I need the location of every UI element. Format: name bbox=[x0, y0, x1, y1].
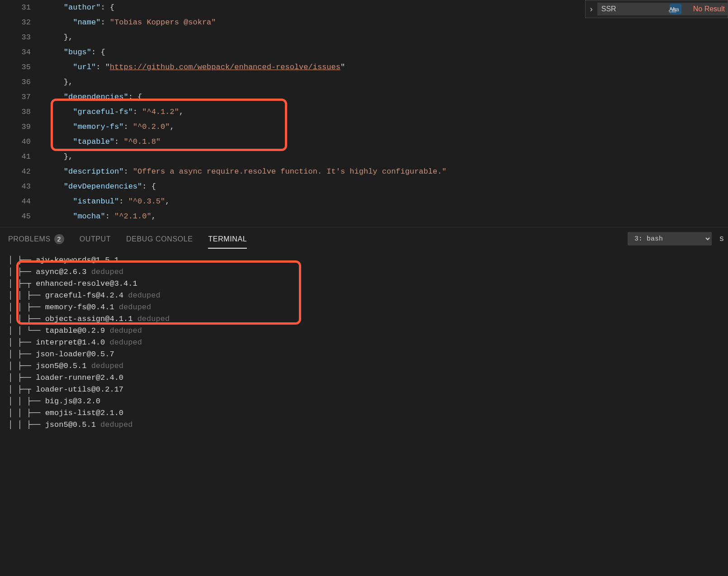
panel-tab-label: PROBLEMS bbox=[8, 235, 51, 243]
code-line[interactable]: 37 "dependencies": { bbox=[0, 90, 728, 104]
code-content[interactable]: }, bbox=[45, 149, 73, 164]
editor-pane[interactable]: 31 "author": {32 "name": "Tobias Koppers… bbox=[0, 0, 728, 227]
panel-tab-debug-console[interactable]: DEBUG CONSOLE bbox=[126, 231, 193, 249]
panel-tab-problems[interactable]: PROBLEMS 2 bbox=[8, 230, 64, 250]
code-content[interactable]: "name": "Tobias Koppers @sokra" bbox=[45, 15, 216, 30]
line-number: 44 bbox=[0, 194, 45, 209]
terminal-line: │ ├── async@2.6.3 deduped bbox=[8, 266, 720, 278]
split-terminal-icon[interactable]: s bbox=[715, 232, 728, 245]
code-line[interactable]: 40 "tapable": "^0.1.8" bbox=[0, 134, 728, 149]
terminal-line: │ ├─┬ loader-utils@0.2.17 bbox=[8, 384, 720, 396]
line-number: 41 bbox=[0, 149, 45, 164]
code-content[interactable]: "devDependencies": { bbox=[45, 179, 156, 194]
terminal-line: │ │ ├── object-assign@4.1.1 deduped bbox=[8, 313, 720, 325]
terminal-line: │ ├── loader-runner@2.4.0 bbox=[8, 372, 720, 384]
panel-tab-output[interactable]: OUTPUT bbox=[80, 231, 111, 249]
find-widget: › Aa Ab .* No Result bbox=[585, 0, 728, 18]
code-line[interactable]: 33 }, bbox=[0, 30, 728, 45]
terminal-line: │ │ ├── emojis-list@2.1.0 bbox=[8, 407, 720, 419]
line-number: 32 bbox=[0, 15, 45, 30]
terminal-line: │ ├── json5@0.5.1 deduped bbox=[8, 360, 720, 372]
terminal-line: │ │ └── tapable@0.2.9 deduped bbox=[8, 325, 720, 337]
line-number: 43 bbox=[0, 179, 45, 194]
code-content[interactable]: "mocha": "^2.1.0", bbox=[45, 209, 156, 224]
line-number: 39 bbox=[0, 119, 45, 134]
line-number: 40 bbox=[0, 134, 45, 149]
code-line[interactable]: 44 "istanbul": "^0.3.5", bbox=[0, 194, 728, 209]
panel-tab-terminal[interactable]: TERMINAL bbox=[208, 231, 247, 249]
code-line[interactable]: 41 }, bbox=[0, 149, 728, 164]
code-content[interactable]: "description": "Offers a async require.r… bbox=[45, 164, 447, 179]
code-content[interactable]: "graceful-fs": "^4.1.2", bbox=[45, 104, 184, 119]
code-line[interactable]: 42 "description": "Offers a async requir… bbox=[0, 164, 728, 179]
terminal-select[interactable]: 3: bash bbox=[628, 232, 712, 246]
line-number: 36 bbox=[0, 75, 45, 90]
bottom-panel: PROBLEMS 2 OUTPUT DEBUG CONSOLE TERMINAL… bbox=[0, 227, 728, 576]
terminal-line: │ ├── interpret@1.4.0 deduped bbox=[8, 337, 720, 349]
find-results-text: No Result bbox=[693, 5, 725, 13]
find-toggle-replace[interactable]: › bbox=[587, 5, 596, 14]
code-content[interactable]: "istanbul": "^0.3.5", bbox=[45, 194, 170, 209]
terminal-line: │ │ ├── big.js@3.2.0 bbox=[8, 396, 720, 407]
code-content[interactable]: "author": { bbox=[45, 0, 114, 15]
code-content[interactable]: "bugs": { bbox=[45, 45, 105, 60]
code-content[interactable]: "tapable": "^0.1.8" bbox=[45, 134, 161, 149]
terminal-line: │ │ ├── memory-fs@0.4.1 deduped bbox=[8, 302, 720, 313]
terminal-output[interactable]: │ ├── ajv-keywords@1.5.1│ ├── async@2.6.… bbox=[0, 252, 728, 434]
code-line[interactable]: 43 "devDependencies": { bbox=[0, 179, 728, 194]
find-regex[interactable]: .* bbox=[664, 4, 676, 14]
line-number: 35 bbox=[0, 60, 45, 75]
code-line[interactable]: 36 }, bbox=[0, 75, 728, 90]
line-number: 45 bbox=[0, 209, 45, 224]
terminal-line: │ ├── json-loader@0.5.7 bbox=[8, 349, 720, 360]
line-number: 37 bbox=[0, 90, 45, 104]
line-number: 42 bbox=[0, 164, 45, 179]
terminal-line: │ │ ├── graceful-fs@4.2.4 deduped bbox=[8, 290, 720, 302]
line-number: 33 bbox=[0, 30, 45, 45]
code-content[interactable]: "memory-fs": "^0.2.0", bbox=[45, 119, 175, 134]
line-number: 34 bbox=[0, 45, 45, 60]
terminal-line: │ ├── ajv-keywords@1.5.1 bbox=[8, 255, 720, 266]
code-line[interactable]: 38 "graceful-fs": "^4.1.2", bbox=[0, 104, 728, 119]
terminal-line: │ │ ├── json5@0.5.1 deduped bbox=[8, 419, 720, 431]
code-line[interactable]: 39 "memory-fs": "^0.2.0", bbox=[0, 119, 728, 134]
code-content[interactable]: "url": "https://github.com/webpack/enhan… bbox=[45, 60, 345, 75]
problems-count-badge: 2 bbox=[54, 234, 64, 244]
code-content[interactable]: "dependencies": { bbox=[45, 90, 142, 104]
code-line[interactable]: 35 "url": "https://github.com/webpack/en… bbox=[0, 60, 728, 75]
terminal-line: │ ├─┬ enhanced-resolve@3.4.1 bbox=[8, 278, 720, 290]
code-content[interactable]: }, bbox=[45, 30, 73, 45]
code-line[interactable]: 45 "mocha": "^2.1.0", bbox=[0, 209, 728, 224]
code-line[interactable]: 34 "bugs": { bbox=[0, 45, 728, 60]
line-number: 31 bbox=[0, 0, 45, 15]
code-content[interactable]: }, bbox=[45, 75, 73, 90]
panel-tabs: PROBLEMS 2 OUTPUT DEBUG CONSOLE TERMINAL bbox=[0, 227, 728, 252]
line-number: 38 bbox=[0, 104, 45, 119]
